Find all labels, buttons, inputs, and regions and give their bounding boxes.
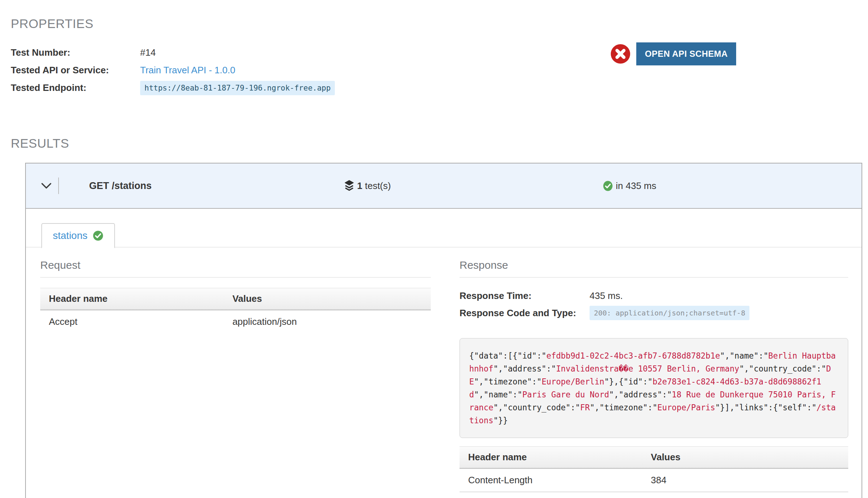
duration-summary: in 435 ms: [603, 180, 656, 192]
table-row: Date Thu, 15 Aug 2024 19:42:52 GMT: [460, 492, 848, 498]
header-value-cell: 384: [642, 469, 848, 492]
operation-title: GET /stations: [89, 180, 152, 192]
column-header-name: Header name: [40, 288, 224, 310]
tab-content: Request Header name Values Accept applic…: [26, 248, 862, 498]
test-number-value: #14: [140, 47, 156, 58]
tests-bundle-icon: [343, 180, 355, 192]
column-header-values: Values: [224, 288, 431, 310]
endpoint-badge: https://8eab-81-187-79-196.ngrok-free.ap…: [140, 81, 335, 95]
properties-list: Test Number: #14 Tested API or Service: …: [11, 44, 868, 97]
response-time-row: Response Time: 435 ms.: [460, 287, 848, 304]
operation-header[interactable]: GET /stations 1 test(s): [26, 163, 862, 209]
tab-stations[interactable]: stations: [41, 223, 115, 248]
table-header-row: Header name Values: [460, 447, 848, 469]
delete-test-button[interactable]: [610, 44, 631, 64]
results-panel: GET /stations 1 test(s): [25, 163, 862, 498]
column-header-name: Header name: [460, 447, 642, 469]
response-code-badge: 200: application/json;charset=utf-8: [590, 306, 749, 320]
table-row: Content-Length 384: [460, 469, 848, 492]
response-code-row: Response Code and Type: 200: application…: [460, 304, 848, 322]
chevron-down-icon[interactable]: [41, 183, 52, 189]
api-service-link[interactable]: Train Travel API - 1.0.0: [140, 65, 235, 76]
response-section: Response Response Time: 435 ms. Response…: [460, 259, 848, 498]
column-header-values: Values: [642, 447, 848, 469]
response-time-label: Response Time:: [460, 290, 590, 301]
header-value-cell: application/json: [224, 310, 431, 333]
header-name-cell: Content-Length: [460, 469, 642, 492]
property-row-test-number: Test Number: #14: [11, 44, 868, 61]
response-body: {"data":[{"id":"efdbb9d1-02c2-4bc3-afb7-…: [460, 338, 848, 438]
check-circle-icon: [93, 230, 103, 241]
close-circle-icon: [610, 44, 631, 64]
request-heading: Request: [40, 259, 431, 278]
open-api-schema-button[interactable]: OPEN API SCHEMA: [636, 42, 736, 65]
table-header-row: Header name Values: [40, 288, 431, 310]
response-meta: Response Time: 435 ms. Response Code and…: [460, 287, 848, 322]
property-label: Tested API or Service:: [11, 65, 140, 76]
top-actions: OPEN API SCHEMA: [610, 42, 736, 65]
test-report-page: PROPERTIES Test Number: #14 Tested API o…: [0, 0, 868, 498]
tab-label: stations: [53, 230, 88, 241]
results-heading: RESULTS: [11, 136, 868, 151]
property-row-tested-endpoint: Tested Endpoint: https://8eab-81-187-79-…: [11, 79, 868, 97]
response-time-value: 435 ms.: [590, 290, 623, 301]
header-name-cell: Date: [460, 492, 642, 498]
tests-count: 1: [357, 180, 362, 191]
request-section: Request Header name Values Accept applic…: [40, 259, 431, 498]
property-label: Tested Endpoint:: [11, 82, 140, 93]
response-headers-table: Header name Values Content-Length 384 Da…: [460, 446, 848, 498]
properties-heading: PROPERTIES: [11, 17, 868, 31]
header-name-cell: Accept: [40, 310, 224, 333]
tests-suffix: test(s): [362, 180, 391, 191]
tests-summary: 1 test(s): [343, 180, 391, 192]
tests-count-text: 1 test(s): [357, 180, 391, 192]
property-row-tested-api: Tested API or Service: Train Travel API …: [11, 61, 868, 79]
bar-divider: [58, 177, 59, 194]
header-value-cell: Thu, 15 Aug 2024 19:42:52 GMT: [642, 492, 848, 498]
request-headers-table: Header name Values Accept application/js…: [40, 288, 431, 333]
success-check-icon: [603, 180, 613, 191]
tab-row: stations: [26, 223, 862, 248]
property-label: Test Number:: [11, 47, 140, 58]
response-code-label: Response Code and Type:: [460, 308, 590, 319]
duration-text: in 435 ms: [616, 180, 656, 192]
response-heading: Response: [460, 259, 848, 278]
table-row: Accept application/json: [40, 310, 431, 333]
